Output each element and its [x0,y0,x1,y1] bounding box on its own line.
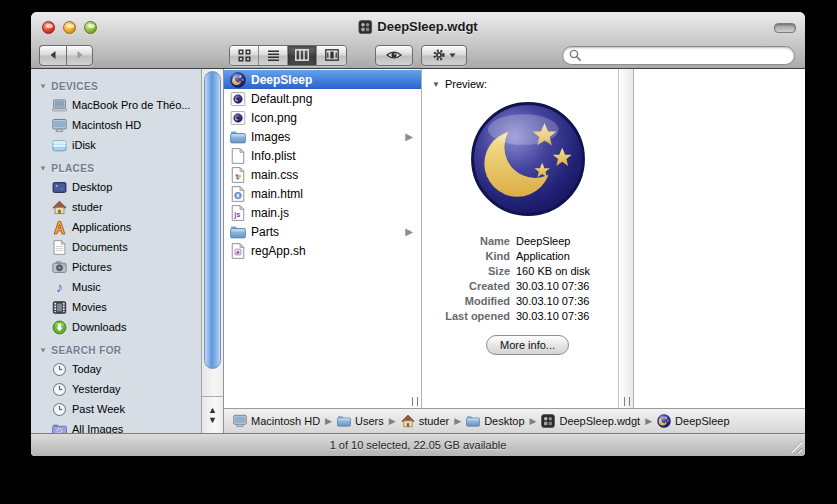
column-resize-handle[interactable] [411,397,419,406]
sidebar-item-music[interactable]: ♪ Music [31,277,201,297]
forward-button[interactable] [66,45,93,66]
minimize-button[interactable] [63,21,76,34]
sidebar-item-macbook[interactable]: MacBook Pro de Théo... [31,95,201,115]
chevron-right-icon: ▶ [405,131,417,142]
folder-icon [337,414,351,428]
close-button[interactable] [42,21,55,34]
coverflow-view-button[interactable] [317,46,346,65]
column-view-icon [295,49,309,61]
sidebar-section-devices[interactable]: ▼DEVICES [31,77,201,95]
sidebar-item-macintosh-hd[interactable]: Macintosh HD [31,115,201,135]
display-icon [233,414,247,428]
file-row-icon-png[interactable]: Icon.png [224,108,421,127]
title-bar[interactable]: DeepSleep.wdgt [31,12,805,41]
desktop-background: { "window": { "title": "DeepSleep.wdgt",… [0,0,837,504]
preview-column: ▼ Preview: NameDeepSleep KindApplication… [422,69,634,408]
home-icon [401,414,415,428]
path-separator-icon: ▶ [454,416,461,426]
sidebar-item-yesterday[interactable]: Yesterday [31,379,201,399]
zoom-button[interactable] [84,21,97,34]
css-file-icon [230,167,246,183]
folder-icon [466,414,480,428]
sidebar-item-pictures[interactable]: Pictures [31,257,201,277]
coverflow-view-icon [325,49,339,61]
path-separator-icon: ▶ [325,416,332,426]
resize-grip[interactable] [790,441,802,453]
applications-icon [52,220,67,235]
path-item-users[interactable]: Users [337,414,384,428]
info-name-value: DeepSleep [516,235,627,247]
path-item-studer[interactable]: studer [401,414,450,428]
folder-icon [230,224,246,240]
file-row-regapp-sh[interactable]: e regApp.sh [224,241,421,260]
idisk-icon [52,138,67,153]
search-input[interactable] [585,47,788,64]
file-row-info-plist[interactable]: Info.plist [224,146,421,165]
info-kind-value: Application [516,250,627,262]
path-item-macintosh-hd[interactable]: Macintosh HD [233,414,320,428]
status-text: 1 of 10 selected, 22.05 GB available [330,439,507,451]
file-row-default-png[interactable]: Default.png [224,89,421,108]
window-title: DeepSleep.wdgt [377,19,477,34]
sidebar-item-movies[interactable]: Movies [31,297,201,317]
image-file-icon [230,91,246,107]
sidebar-section-search-for[interactable]: ▼SEARCH FOR [31,341,201,359]
navigation-buttons [39,45,93,66]
info-modified-value: 30.03.10 07:36 [516,295,627,307]
disclosure-triangle-icon[interactable]: ▼ [39,82,47,91]
toolbar-toggle-button[interactable] [774,23,796,33]
js-file-icon: js [230,205,246,221]
scroll-up-icon[interactable]: ▲ [208,406,217,414]
path-item-deepsleep[interactable]: DeepSleep [657,414,729,428]
sidebar-item-all-images[interactable]: All Images [31,419,201,433]
disclosure-triangle-icon[interactable]: ▼ [432,80,440,89]
sidebar-section-places[interactable]: ▼PLACES [31,159,201,177]
file-row-images[interactable]: Images ▶ [224,127,421,146]
home-icon [52,200,67,215]
path-item-deepsleep-wdgt[interactable]: DeepSleep.wdgt [541,414,640,428]
sidebar-scrollbar[interactable]: ▲ ▼ [201,69,224,433]
view-mode-segmented-control [229,45,347,66]
sidebar-item-applications[interactable]: Applications [31,217,201,237]
display-icon [52,118,67,133]
sidebar-item-documents[interactable]: Documents [31,237,201,257]
file-row-parts[interactable]: Parts ▶ [224,222,421,241]
file-row-deepsleep[interactable]: DeepSleep [224,70,421,89]
chevron-right-icon: ▶ [405,226,417,237]
toolbar [31,41,805,69]
sidebar-item-studer[interactable]: studer [31,197,201,217]
back-button[interactable] [39,45,66,66]
search-field[interactable] [562,46,795,65]
sidebar-item-idisk[interactable]: iDisk [31,135,201,155]
sidebar-item-past-week[interactable]: Past Week [31,399,201,419]
sidebar-item-desktop[interactable]: Desktop [31,177,201,197]
html-file-icon [230,186,246,202]
browser-area: DeepSleep Default.png [224,69,805,433]
sidebar-item-today[interactable]: Today [31,359,201,379]
path-item-desktop[interactable]: Desktop [466,414,524,428]
preview-column-scroll-strip [618,69,633,408]
status-bar: 1 of 10 selected, 22.05 GB available [31,433,805,456]
window-title-group: DeepSleep.wdgt [358,12,477,41]
list-view-button[interactable] [259,46,288,65]
scrollbar-arrows: ▲ ▼ [202,396,223,433]
forward-icon [75,50,85,60]
disclosure-triangle-icon[interactable]: ▼ [39,346,47,355]
disclosure-triangle-icon[interactable]: ▼ [39,164,47,173]
action-menu-button[interactable] [421,45,467,66]
file-row-main-css[interactable]: main.css [224,165,421,184]
sidebar-item-downloads[interactable]: Downloads [31,317,201,337]
file-row-main-html[interactable]: main.html [224,184,421,203]
column-view: DeepSleep Default.png [224,69,805,408]
file-row-main-js[interactable]: js main.js [224,203,421,222]
plist-file-icon [230,148,246,164]
more-info-button[interactable]: More info... [486,335,569,355]
camera-icon [52,260,67,275]
icon-view-button[interactable] [230,46,259,65]
scroll-down-icon[interactable]: ▼ [208,416,217,424]
column-view-button[interactable] [288,46,317,65]
path-separator-icon: ▶ [389,416,396,426]
column-resize-handle[interactable] [623,397,631,406]
scrollbar-thumb[interactable] [204,71,221,369]
quick-look-button[interactable] [375,45,413,66]
